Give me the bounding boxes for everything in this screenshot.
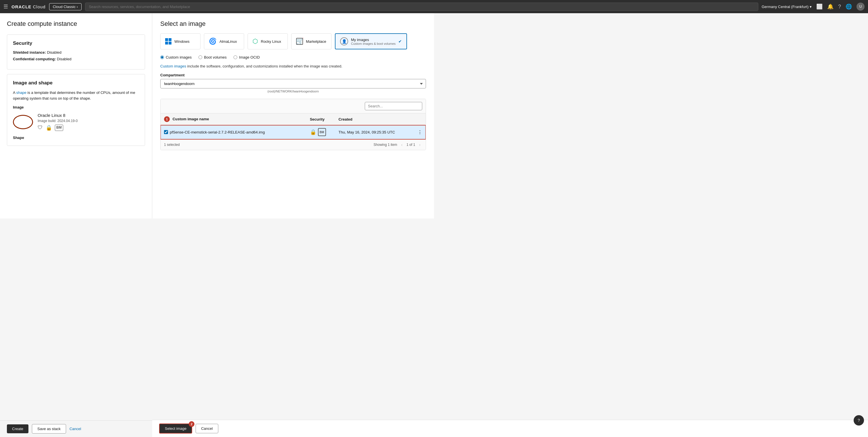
selected-checkmark-icon: ✔ — [398, 39, 402, 44]
col-header-actions — [414, 114, 426, 125]
image-shape-description: A shape is a template that determines th… — [13, 90, 139, 101]
security-cell: 🔒 BM — [307, 125, 335, 139]
image-label: Image — [13, 105, 139, 110]
table-search-input[interactable] — [365, 102, 422, 110]
shape-link[interactable]: shape — [17, 90, 26, 95]
custom-images-link[interactable]: Custom images — [160, 64, 186, 68]
image-type-radio-group: Custom images Boot volumes Image OCID — [160, 55, 426, 59]
tab-windows-label: Windows — [174, 39, 190, 44]
modal-title: Select an image — [160, 20, 426, 28]
table-row[interactable]: pfSense-CE-memstick-serial-2.7.2-RELEASE… — [161, 125, 426, 139]
rocky-linux-icon: ⬡ — [252, 38, 258, 45]
tab-windows[interactable]: Windows — [160, 33, 200, 50]
compartment-select[interactable]: IwanHoogendoorn — [160, 79, 426, 88]
confidential-computing-field: Confidential computing: Disabled — [13, 57, 139, 61]
bm-security-icon: BM — [318, 128, 326, 136]
radio-boot-volumes-label: Boot volumes — [204, 55, 227, 59]
shielded-value: Disabled — [47, 50, 62, 55]
image-name: Oracle Linux 8 — [38, 113, 78, 118]
radio-boot-volumes-input[interactable] — [198, 55, 202, 59]
left-panel: Create compute instance Security Shielde… — [0, 13, 152, 218]
next-page-button[interactable]: › — [417, 142, 422, 148]
tab-my-images[interactable]: 👤 My images Custom images & boot volumes… — [335, 33, 407, 50]
main-layout: Create compute instance Security Shielde… — [0, 13, 434, 218]
shielded-instance-field: Shielded instance: Disabled — [13, 50, 139, 55]
row-actions-cell: ⋮ — [414, 125, 426, 139]
lock-security-icon: 🔒 — [310, 129, 316, 135]
confidential-label: Confidential computing: — [13, 57, 56, 61]
shape-label: Shape — [13, 135, 139, 140]
col-header-created: Created — [335, 114, 414, 125]
prev-page-button[interactable]: ‹ — [400, 142, 404, 148]
image-info: Oracle Linux 8 Image build: 2024.04.19-0… — [38, 113, 78, 131]
table-footer: 1 selected Showing 1 item ‹ 1 of 1 › — [161, 139, 426, 150]
image-build: Image build: 2024.04.19-0 — [38, 119, 78, 123]
cloud-classic-button[interactable]: Cloud Classic › — [49, 3, 82, 10]
col-header-name: 1 Custom image name — [161, 114, 307, 125]
row-select-checkbox[interactable] — [164, 130, 168, 134]
bm-badge-icon: BM — [55, 125, 63, 131]
image-icons: 🛡 🔒 BM — [38, 125, 78, 131]
shielded-label: Shielded instance: — [13, 50, 46, 55]
radio-custom-images[interactable]: Custom images — [160, 55, 192, 59]
image-display: Oracle Linux 8 Image build: 2024.04.19-0… — [13, 113, 139, 131]
custom-images-info: Custom images include the software, conf… — [160, 64, 426, 68]
row-count-badge: 1 — [164, 116, 170, 122]
tab-almalinux[interactable]: 🌀 AlmaLinux — [204, 33, 244, 50]
compartment-label: Compartment — [160, 73, 426, 77]
radio-image-ocid-label: Image OCID — [239, 55, 260, 59]
custom-images-table: 1 Custom image name Security Created — [160, 99, 426, 150]
tab-my-images-label: My images — [351, 38, 396, 42]
tab-marketplace[interactable]: 🛒 Marketplace — [291, 33, 332, 50]
windows-icon — [165, 38, 172, 44]
search-input[interactable] — [85, 3, 434, 11]
table-header-row: 1 Custom image name Security Created — [161, 114, 426, 125]
hamburger-icon[interactable]: ☰ — [3, 3, 8, 10]
pagination: Showing 1 item ‹ 1 of 1 › — [374, 142, 422, 148]
page-label: 1 of 1 — [406, 143, 415, 147]
oracle-linux-icon — [13, 115, 33, 129]
right-panel: Select an image Windows 🌀 AlmaLinux — [152, 13, 434, 218]
radio-image-ocid[interactable]: Image OCID — [234, 55, 260, 59]
image-name-cell: pfSense-CE-memstick-serial-2.7.2-RELEASE… — [161, 125, 307, 139]
tab-almalinux-label: AlmaLinux — [219, 39, 237, 44]
showing-label: Showing 1 item — [374, 143, 397, 147]
image-filename-label: pfSense-CE-memstick-serial-2.7.2-RELEASE… — [170, 130, 265, 134]
row-number-header: 1 — [164, 117, 173, 121]
marketplace-icon: 🛒 — [296, 38, 303, 45]
compartment-path: (root)/NETWORK/IwanHoogendoorn — [160, 90, 426, 93]
page-title: Create compute instance — [7, 20, 145, 28]
col-header-name-label: Custom image name — [173, 117, 209, 121]
tab-my-images-sublabel: Custom images & boot volumes — [351, 42, 396, 45]
info-text-suffix: include the software, configuration, and… — [187, 64, 342, 68]
radio-boot-volumes[interactable]: Boot volumes — [198, 55, 227, 59]
security-section-title: Security — [13, 40, 139, 46]
top-navigation: ☰ ORACLE Cloud Cloud Classic › Germany C… — [0, 0, 434, 13]
radio-image-ocid-input[interactable] — [234, 55, 237, 59]
radio-custom-images-label: Custom images — [166, 55, 192, 59]
oracle-logo: ORACLE Cloud — [11, 4, 46, 9]
tab-marketplace-label: Marketplace — [306, 39, 326, 44]
lock-icon: 🔒 — [46, 125, 52, 131]
confidential-value: Disabled — [57, 57, 71, 61]
tab-rocky-linux-label: Rocky Linux — [261, 39, 281, 44]
image-type-tabs: Windows 🌀 AlmaLinux ⬡ Rocky Linux 🛒 Mark… — [160, 33, 426, 50]
image-shape-title: Image and shape — [13, 80, 139, 86]
tab-rocky-linux[interactable]: ⬡ Rocky Linux — [248, 33, 288, 50]
shield-icon: 🛡 — [38, 125, 43, 131]
col-header-security: Security — [307, 114, 335, 125]
image-shape-section: Image and shape A shape is a template th… — [7, 74, 145, 146]
security-section: Security Shielded instance: Disabled Con… — [7, 34, 145, 69]
radio-custom-images-input[interactable] — [160, 55, 164, 59]
table-search-bar — [161, 99, 426, 114]
my-images-icon: 👤 — [340, 37, 348, 45]
selected-count-label: 1 selected — [164, 143, 180, 147]
images-data-table: 1 Custom image name Security Created — [161, 114, 426, 139]
created-cell: Thu, May 16, 2024, 09:25:35 UTC — [335, 125, 414, 139]
row-action-menu-button[interactable]: ⋮ — [417, 129, 422, 135]
almalinux-icon: 🌀 — [209, 38, 217, 45]
